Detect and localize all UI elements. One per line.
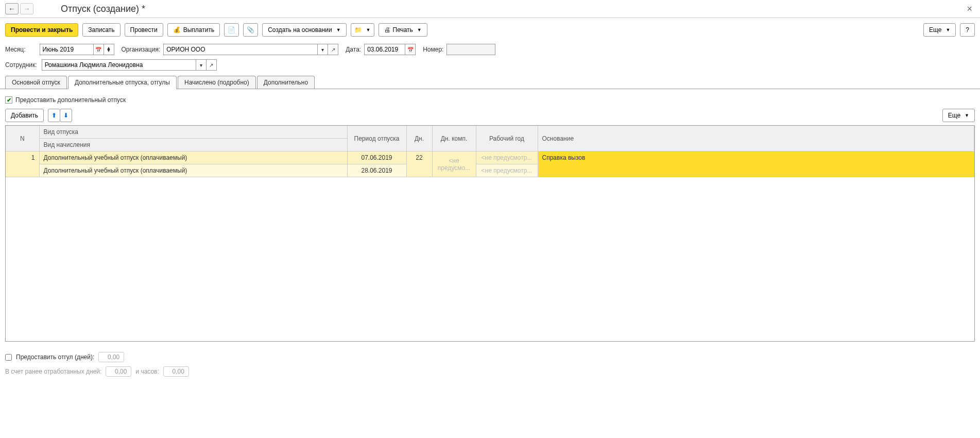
date-label: Дата: (346, 46, 361, 53)
tab-content: ✔ Предоставить дополнительный отпуск Доб… (0, 89, 980, 347)
caret-down-icon: ▼ (965, 113, 969, 118)
cell-period-to[interactable]: 28.06.2019 (347, 164, 406, 177)
dayoff-days-input[interactable] (98, 352, 124, 362)
calendar-icon[interactable] (405, 44, 416, 55)
provide-dayoff-label: Предоставить отгул (дней): (16, 353, 94, 361)
col-header-comp[interactable]: Дн. комп. (432, 126, 476, 151)
nav-forward-button[interactable]: → (20, 3, 33, 14)
caret-down-icon: ▼ (945, 27, 950, 32)
provide-additional-row: ✔ Предоставить дополнительный отпуск (5, 94, 975, 106)
cell-type[interactable]: Дополнительный учебный отпуск (оплачивае… (39, 151, 347, 164)
table-row[interactable]: 1 Дополнительный учебный отпуск (оплачив… (6, 151, 974, 164)
col-header-n[interactable]: N (6, 126, 39, 151)
prev-days-input (106, 366, 131, 377)
cell-basis[interactable]: Справка вызов (538, 151, 974, 177)
form-row-month: Месяц: ▲▼ Организация: ▾ ↗ Дата: Номер: (0, 42, 980, 57)
provide-dayoff-checkbox[interactable] (5, 354, 12, 361)
table-more-button[interactable]: Еще▼ (942, 109, 975, 122)
provide-additional-checkbox[interactable]: ✔ (5, 96, 12, 104)
tab-main-vacation[interactable]: Основной отпуск (5, 76, 67, 89)
provide-additional-label: Предоставить дополнительный отпуск (15, 96, 126, 104)
page-title: Отпуск (создание) * (61, 4, 145, 14)
post-and-close-button[interactable]: Провести и закрыть (5, 23, 78, 37)
caret-down-icon: ▼ (336, 27, 341, 32)
attach-button[interactable] (243, 23, 258, 37)
footer: Предоставить отгул (дней): В счет ранее … (0, 347, 980, 382)
number-label: Номер: (423, 46, 443, 53)
title-bar: ← → Отпуск (создание) * × (0, 0, 980, 18)
cell-year2: <не предусмотр... (476, 164, 538, 177)
document-button[interactable] (224, 23, 239, 37)
post-button[interactable]: Провести (125, 23, 163, 37)
money-icon (173, 26, 181, 33)
number-input (446, 44, 495, 55)
clip-icon (247, 26, 254, 33)
tab-additional-vacation[interactable]: Дополнительные отпуска, отгулы (68, 76, 177, 89)
move-up-button[interactable]: ⬆ (48, 109, 60, 122)
caret-down-icon: ▼ (366, 27, 371, 32)
print-button[interactable]: Печать▼ (379, 23, 427, 37)
vacation-table: N Вид отпуска Период отпуска Дн. Дн. ком… (6, 126, 974, 177)
dropdown-button[interactable]: ▾ (196, 59, 207, 71)
col-header-basis[interactable]: Основание (538, 126, 974, 151)
tab-calculated[interactable]: Начислено (подробно) (178, 76, 256, 89)
open-button[interactable]: ↗ (207, 59, 217, 71)
create-based-on-button[interactable]: Создать на основании▼ (262, 23, 346, 37)
col-header-year[interactable]: Рабочий год (476, 126, 538, 151)
create-based-label: Создать на основании (268, 26, 332, 33)
col-header-days[interactable]: Дн. (406, 126, 432, 151)
caret-down-icon: ▼ (417, 27, 422, 32)
org-label: Организация: (122, 46, 161, 53)
calendar-icon[interactable] (94, 44, 104, 55)
col-header-period[interactable]: Период отпуска (347, 126, 406, 151)
dropdown-button[interactable]: ▾ (318, 44, 328, 55)
document-icon (228, 26, 235, 33)
folder-icon (354, 26, 362, 33)
more-button[interactable]: Еще▼ (923, 23, 956, 37)
open-button[interactable]: ↗ (328, 44, 338, 55)
move-down-button[interactable]: ⬇ (60, 109, 72, 122)
table-wrapper: N Вид отпуска Период отпуска Дн. Дн. ком… (5, 125, 975, 342)
tab-extra[interactable]: Дополнительно (257, 76, 315, 89)
employee-label: Сотрудник: (5, 61, 37, 69)
cell-year1: <не предусмотр... (476, 151, 538, 164)
cell-comp: <не предусмо... (432, 151, 476, 177)
table-more-label: Еще (948, 112, 960, 119)
tab-bar: Основной отпуск Дополнительные отпуска, … (0, 76, 980, 89)
form-row-employee: Сотрудник: ▾ ↗ (0, 57, 980, 73)
prev-worked-label: В счет ранее отработанных дней: (5, 368, 101, 375)
pay-button[interactable]: Выплатить (167, 23, 220, 37)
help-button[interactable]: ? (960, 23, 975, 37)
col-header-type[interactable]: Вид отпуска (39, 126, 347, 139)
cell-period-from[interactable]: 07.06.2019 (347, 151, 406, 164)
add-row-button[interactable]: Добавить (5, 109, 44, 122)
and-hours-label: и часов: (135, 368, 159, 375)
date-input[interactable] (364, 44, 405, 55)
pay-label: Выплатить (183, 26, 215, 33)
col-header-accrual[interactable]: Вид начисления (39, 139, 347, 151)
more-label: Еще (929, 26, 941, 33)
month-label: Месяц: (5, 46, 26, 53)
spinner-button[interactable]: ▲▼ (104, 44, 114, 55)
close-icon[interactable]: × (964, 4, 975, 14)
main-toolbar: Провести и закрыть Записать Провести Вып… (0, 18, 980, 42)
cell-days[interactable]: 22 (406, 151, 432, 177)
print-label: Печать (393, 26, 413, 33)
cell-accrual[interactable]: Дополнительный учебный отпуск (оплачивае… (39, 164, 347, 177)
cell-n: 1 (6, 151, 39, 177)
employee-input[interactable] (42, 59, 196, 71)
table-toolbar: Добавить ⬆ ⬇ Еще▼ (5, 106, 975, 125)
month-input[interactable] (40, 44, 94, 55)
prev-hours-input (163, 366, 189, 377)
folder-dropdown-button[interactable]: ▼ (351, 23, 374, 37)
save-button[interactable]: Записать (82, 23, 120, 37)
organization-input[interactable] (163, 44, 318, 55)
nav-back-button[interactable]: ← (5, 3, 19, 14)
printer-icon (384, 26, 390, 33)
